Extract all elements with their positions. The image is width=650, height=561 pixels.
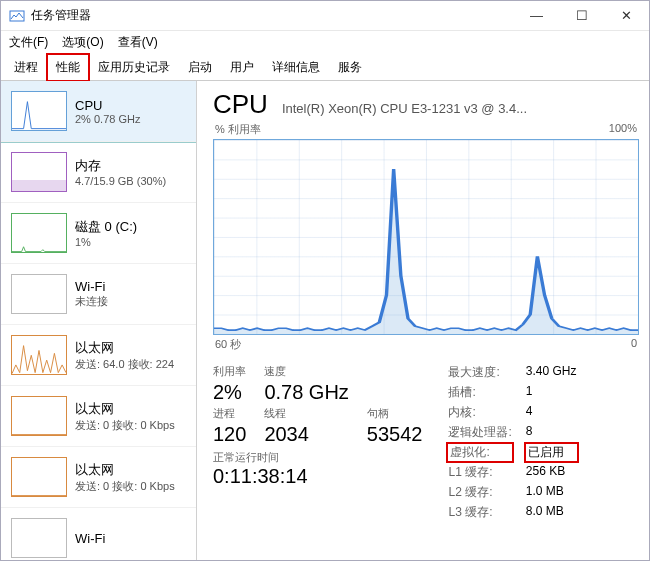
tab-services[interactable]: 服务: [329, 54, 371, 81]
maximize-button[interactable]: ☐: [559, 1, 604, 30]
sidebar-item-cpu[interactable]: CPU 2% 0.78 GHz: [1, 81, 196, 142]
chart-bottom-right: 0: [631, 337, 637, 352]
sidebar-item-sub: 发送: 0 接收: 0 Kbps: [75, 479, 175, 494]
menu-options[interactable]: 选项(O): [62, 34, 103, 51]
task-manager-window: 任务管理器 — ☐ ✕ 文件(F) 选项(O) 查看(V) 进程 性能 应用历史…: [0, 0, 650, 561]
menu-file[interactable]: 文件(F): [9, 34, 48, 51]
cpu-header: CPU Intel(R) Xeon(R) CPU E3-1231 v3 @ 3.…: [213, 89, 639, 120]
tab-app-history[interactable]: 应用历史记录: [89, 54, 179, 81]
sidebar-item-text: 内存 4.7/15.9 GB (30%): [75, 152, 166, 192]
sidebar-item-title: 磁盘 0 (C:): [75, 218, 137, 236]
chart-top-labels: % 利用率 100%: [213, 122, 639, 137]
minimize-button[interactable]: —: [514, 1, 559, 30]
titlebar[interactable]: 任务管理器 — ☐ ✕: [1, 1, 649, 31]
value-processes: 120: [213, 423, 246, 446]
sidebar-item-eth2[interactable]: 以太网 发送: 0 接收: 0 Kbps: [1, 447, 196, 508]
ethernet-thumb-icon: [11, 457, 67, 497]
disk-thumb-icon: [11, 213, 67, 253]
close-button[interactable]: ✕: [604, 1, 649, 30]
memory-thumb-icon: [11, 152, 67, 192]
cpu-stats-right: 最大速度: 3.40 GHz 插槽: 1 内核: 4 逻辑处理器: 8 虚拟化:…: [448, 364, 576, 521]
label-uptime: 正常运行时间: [213, 450, 422, 465]
main-panel: CPU Intel(R) Xeon(R) CPU E3-1231 v3 @ 3.…: [197, 81, 649, 560]
ethernet-thumb-icon: [11, 396, 67, 436]
cpu-utilization-chart[interactable]: [213, 139, 639, 335]
chart-top-right: 100%: [609, 122, 637, 137]
value-logical-processors: 8: [526, 424, 577, 441]
label-virtualization: 虚拟化:: [448, 444, 511, 461]
value-l2-cache: 1.0 MB: [526, 484, 577, 501]
sidebar-item-text: Wi-Fi: [75, 518, 105, 558]
sidebar-item-eth1[interactable]: 以太网 发送: 0 接收: 0 Kbps: [1, 386, 196, 447]
label-l2-cache: L2 缓存:: [448, 484, 511, 501]
wifi-thumb-icon: [11, 274, 67, 314]
cpu-thumb-icon: [11, 91, 67, 131]
value-sockets: 1: [526, 384, 577, 401]
sidebar-item-text: 磁盘 0 (C:) 1%: [75, 213, 137, 253]
label-threads: 线程: [264, 406, 348, 421]
cpu-stats: 利用率 速度 2% 0.78 GHz 进程 线程 句柄 120 2034 535…: [213, 364, 639, 521]
tab-startup[interactable]: 启动: [179, 54, 221, 81]
label-l1-cache: L1 缓存:: [448, 464, 511, 481]
app-icon: [9, 8, 25, 24]
value-max-speed: 3.40 GHz: [526, 364, 577, 381]
menubar: 文件(F) 选项(O) 查看(V): [1, 31, 649, 53]
ethernet-thumb-icon: [11, 335, 67, 375]
sidebar-item-sub: 发送: 64.0 接收: 224: [75, 357, 174, 372]
window-controls: — ☐ ✕: [514, 1, 649, 30]
value-l1-cache: 256 KB: [526, 464, 577, 481]
content: CPU 2% 0.78 GHz 内存 4.7/15.9 GB (30%): [1, 81, 649, 560]
label-processes: 进程: [213, 406, 246, 421]
value-handles: 53542: [367, 423, 423, 446]
label-l3-cache: L3 缓存:: [448, 504, 511, 521]
cpu-model: Intel(R) Xeon(R) CPU E3-1231 v3 @ 3.4...: [282, 101, 527, 116]
value-uptime: 0:11:38:14: [213, 465, 422, 488]
sidebar-item-eth0[interactable]: 以太网 发送: 64.0 接收: 224: [1, 325, 196, 386]
value-speed: 0.78 GHz: [264, 381, 348, 404]
sidebar-item-sub: 2% 0.78 GHz: [75, 113, 140, 125]
sidebar-item-wifi2[interactable]: Wi-Fi: [1, 508, 196, 560]
sidebar-item-title: Wi-Fi: [75, 279, 108, 294]
tabs: 进程 性能 应用历史记录 启动 用户 详细信息 服务: [1, 53, 649, 81]
tab-users[interactable]: 用户: [221, 54, 263, 81]
sidebar-item-text: 以太网 发送: 0 接收: 0 Kbps: [75, 396, 175, 436]
window-title: 任务管理器: [31, 7, 514, 24]
svg-rect-1: [12, 180, 66, 192]
label-logical-processors: 逻辑处理器:: [448, 424, 511, 441]
sidebar-item-title: 以太网: [75, 400, 175, 418]
sidebar-item-sub: 4.7/15.9 GB (30%): [75, 175, 166, 187]
tab-details[interactable]: 详细信息: [263, 54, 329, 81]
sidebar-item-text: CPU 2% 0.78 GHz: [75, 91, 140, 131]
value-l3-cache: 8.0 MB: [526, 504, 577, 521]
label-sockets: 插槽:: [448, 384, 511, 401]
value-threads: 2034: [264, 423, 348, 446]
chart-top-left: % 利用率: [215, 122, 261, 137]
sidebar-item-title: 以太网: [75, 339, 174, 357]
value-utilization: 2%: [213, 381, 246, 404]
tab-processes[interactable]: 进程: [5, 54, 47, 81]
sidebar-item-sub: 未连接: [75, 294, 108, 309]
label-handles: 句柄: [367, 406, 423, 421]
sidebar-item-text: 以太网 发送: 0 接收: 0 Kbps: [75, 457, 175, 497]
label-max-speed: 最大速度:: [448, 364, 511, 381]
chart-bottom-labels: 60 秒 0: [213, 337, 639, 358]
label-cores: 内核:: [448, 404, 511, 421]
sidebar-item-disk[interactable]: 磁盘 0 (C:) 1%: [1, 203, 196, 264]
cpu-heading: CPU: [213, 89, 268, 120]
sidebar-item-text: 以太网 发送: 64.0 接收: 224: [75, 335, 174, 375]
cpu-stats-left: 利用率 速度 2% 0.78 GHz 进程 线程 句柄 120 2034 535…: [213, 364, 422, 446]
sidebar[interactable]: CPU 2% 0.78 GHz 内存 4.7/15.9 GB (30%): [1, 81, 197, 560]
label-utilization: 利用率: [213, 364, 246, 379]
sidebar-item-sub: 发送: 0 接收: 0 Kbps: [75, 418, 175, 433]
label-speed: 速度: [264, 364, 348, 379]
sidebar-item-title: 以太网: [75, 461, 175, 479]
sidebar-item-wifi[interactable]: Wi-Fi 未连接: [1, 264, 196, 325]
chart-bottom-left: 60 秒: [215, 337, 241, 352]
sidebar-item-title: Wi-Fi: [75, 531, 105, 546]
menu-view[interactable]: 查看(V): [118, 34, 158, 51]
tab-performance[interactable]: 性能: [47, 54, 89, 81]
value-cores: 4: [526, 404, 577, 421]
wifi-thumb-icon: [11, 518, 67, 558]
sidebar-item-memory[interactable]: 内存 4.7/15.9 GB (30%): [1, 142, 196, 203]
sidebar-item-title: CPU: [75, 98, 140, 113]
